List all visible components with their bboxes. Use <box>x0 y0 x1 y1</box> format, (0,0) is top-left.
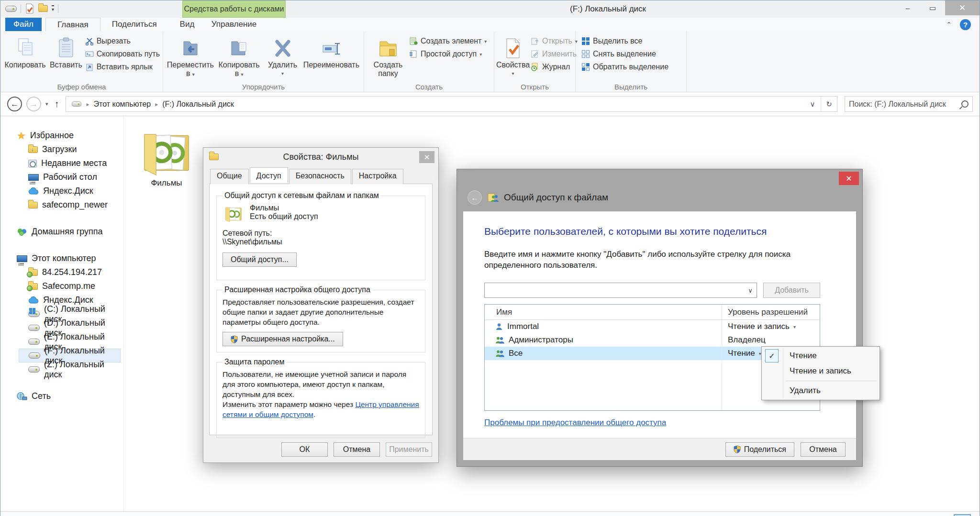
search-icon[interactable] <box>961 100 969 108</box>
thumbnail-view-icon[interactable] <box>954 514 971 516</box>
copy-to-button[interactable]: Копировать в ▾ <box>215 34 264 79</box>
group-label-organize: Упорядочить <box>163 83 364 91</box>
sharing-problems-link[interactable]: Проблемы при предоставлении общего досту… <box>484 418 666 428</box>
ok-button[interactable]: ОК <box>281 442 328 457</box>
add-user-button[interactable]: Добавить <box>763 283 820 298</box>
sidebar-item-network[interactable]: Сеть <box>0 389 123 403</box>
help-icon[interactable]: ? <box>960 19 971 30</box>
tab-file[interactable]: Файл <box>5 18 42 31</box>
select-all-button[interactable]: Выделить все <box>581 37 668 45</box>
paste-button[interactable]: Вставить <box>47 34 85 69</box>
file-sharing-icon <box>487 193 499 202</box>
new-folder-button[interactable]: Создать папку <box>367 34 409 78</box>
column-header-name[interactable]: Имя <box>485 305 722 319</box>
properties-close-icon[interactable]: ✕ <box>419 151 434 163</box>
permission-dropdown-icon[interactable]: ▾ <box>793 324 796 329</box>
sidebar-item-desktop[interactable]: Рабочий стол <box>0 170 123 184</box>
copy-path-button[interactable]: Скопировать путь <box>85 50 160 58</box>
minimize-button[interactable]: – <box>895 0 920 15</box>
folder-tile-films[interactable]: Фильмы <box>135 124 198 188</box>
sidebar-item-favorites[interactable]: ★ Избранное <box>0 129 123 143</box>
share-button[interactable]: Поделиться <box>725 442 794 457</box>
drive-icon <box>28 339 40 345</box>
properties-shortcut-icon[interactable] <box>25 3 34 14</box>
up-button[interactable]: ↑ <box>53 99 61 110</box>
delete-button[interactable]: Удалить ▾ <box>264 34 302 78</box>
open-small-buttons: Открыть ▾ Изменить Журнал <box>530 34 578 71</box>
breadcrumb-item-computer[interactable]: Этот компьютер <box>94 100 151 109</box>
move-to-button[interactable]: Переместить в ▾ <box>166 34 215 79</box>
sidebar-item-homegroup[interactable]: Домашняя группа <box>0 225 123 239</box>
properties-dialog-buttons: ОК Отмена Применить <box>281 442 432 457</box>
sidebar-item-network-drive-ip[interactable]: 84.254.194.217 <box>0 265 123 279</box>
cut-button[interactable]: Вырезать <box>85 37 160 45</box>
search-input[interactable] <box>849 100 961 109</box>
rename-button[interactable]: Переименовать <box>302 34 361 69</box>
breadcrumb[interactable]: ▸ Этот компьютер ▸ (F:) Локальный диск ∨… <box>66 96 837 112</box>
history-button[interactable]: Журнал <box>531 63 578 71</box>
tab-manage[interactable]: Управление <box>182 18 286 31</box>
select-none-button[interactable]: Снять выделение <box>581 50 668 58</box>
cancel-button[interactable]: Отмена <box>334 442 380 457</box>
invert-selection-button[interactable]: Обратить выделение <box>581 63 668 71</box>
copy-button[interactable]: Копировать <box>3 34 47 69</box>
permission-dropdown-icon[interactable]: ▾ <box>759 351 761 356</box>
sidebar-item-recent-places[interactable]: Недавние места <box>0 156 123 170</box>
navigation-pane: ★ Избранное ↓ Загрузки Недавние места Ра… <box>0 116 124 511</box>
sidebar-item-yandex-disk[interactable]: Яндекс.Диск <box>0 184 123 198</box>
history-icon <box>531 63 539 71</box>
back-button[interactable]: ← <box>7 97 22 111</box>
tab-home[interactable]: Главная <box>45 18 100 31</box>
ribbon-tabs: Файл Главная Поделиться Вид Управление ⌃… <box>0 18 980 31</box>
tab-sharing[interactable]: Доступ <box>250 167 288 183</box>
delete-icon <box>273 35 292 59</box>
permission-menu: ✓ Чтение Чтение и запись Удалить <box>761 346 880 400</box>
select-none-icon <box>581 50 590 58</box>
dropdown-arrow-icon: ▾ <box>281 69 284 78</box>
cancel-button[interactable]: Отмена <box>801 442 846 457</box>
qat-customize-icon[interactable]: ▾ <box>52 5 54 12</box>
new-item-button[interactable]: Создать элемент ▾ <box>409 37 487 45</box>
column-header-permission[interactable]: Уровень разрешений <box>722 305 820 319</box>
new-folder-shortcut-icon[interactable] <box>38 5 48 12</box>
combo-dropdown-icon[interactable]: ∨ <box>744 287 757 294</box>
close-button[interactable]: ✕ <box>945 0 980 15</box>
easy-access-button[interactable]: Простой доступ ▾ <box>409 50 487 58</box>
user-combo-input[interactable] <box>485 283 744 297</box>
advanced-sharing-button[interactable]: Расширенная настройка... <box>223 332 343 346</box>
sidebar-item-safecomp-me[interactable]: Safecomp.me <box>0 279 123 293</box>
contextual-tab-header: Средства работы с дисками <box>182 0 286 18</box>
menu-item-read-write[interactable]: Чтение и запись <box>763 363 879 379</box>
open-button[interactable]: Открыть ▾ <box>531 37 578 45</box>
edit-button[interactable]: Изменить <box>531 50 578 58</box>
apply-button[interactable]: Применить <box>386 442 432 457</box>
sidebar-item-this-pc[interactable]: Этот компьютер <box>0 252 123 265</box>
properties-button[interactable]: Свойства ▾ <box>496 34 530 78</box>
spacer <box>0 212 123 225</box>
sharing-close-icon[interactable]: ✕ <box>839 172 859 185</box>
breadcrumb-item-drive[interactable]: (F:) Локальный диск <box>162 100 234 109</box>
tab-share[interactable]: Поделиться <box>100 18 168 31</box>
advanced-sharing-group: Расширенная настройка общего доступа Пре… <box>216 285 425 352</box>
table-row[interactable]: Администраторы Владелец <box>485 333 820 347</box>
refresh-icon[interactable]: ↻ <box>821 97 837 111</box>
tab-general[interactable]: Общие <box>210 169 249 184</box>
sidebar-item-downloads[interactable]: ↓ Загрузки <box>0 143 123 156</box>
forward-button[interactable]: → <box>26 97 41 111</box>
menu-item-read[interactable]: ✓ Чтение <box>763 348 879 363</box>
menu-item-remove[interactable]: Удалить <box>763 383 879 398</box>
tab-customize[interactable]: Настройка <box>352 169 403 184</box>
paste-shortcut-button[interactable]: Вставить ярлык <box>85 63 160 71</box>
table-row[interactable]: Immortal Чтение и запись▾ <box>485 320 820 333</box>
sidebar-item-safecomp-newer[interactable]: safecomp_newer <box>0 198 123 212</box>
maximize-button[interactable]: ▭ <box>920 0 945 15</box>
collapse-ribbon-icon[interactable]: ⌃ <box>946 21 952 28</box>
recent-locations-icon[interactable]: ▾ <box>45 101 48 107</box>
back-icon[interactable]: ← <box>468 190 482 205</box>
password-protection-description: Пользователи, не имеющие учетной записи … <box>223 369 419 399</box>
sidebar-item-drive-z[interactable]: (Z:) Локальный диск <box>0 362 123 376</box>
tab-security[interactable]: Безопасность <box>289 169 351 184</box>
cloud-icon <box>28 187 39 195</box>
share-access-button[interactable]: Общий доступ... <box>223 253 297 267</box>
address-dropdown-icon[interactable]: ∨ <box>804 97 821 111</box>
